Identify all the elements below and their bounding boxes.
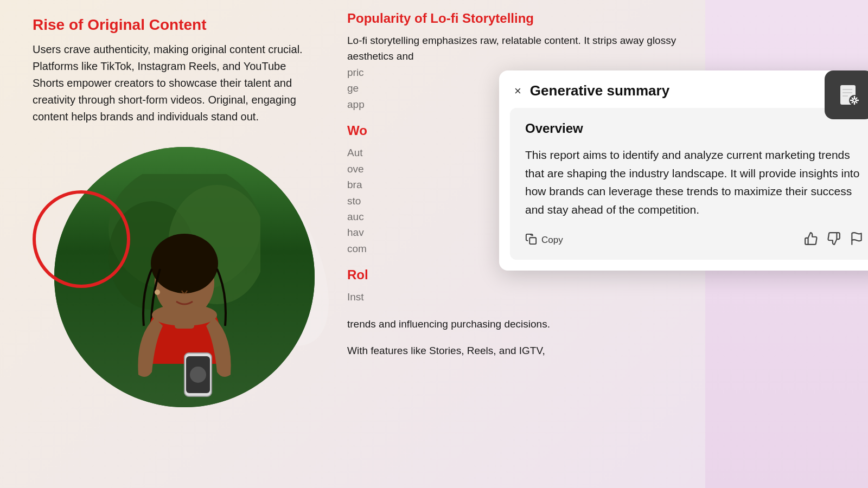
overview-title: Overview — [525, 121, 864, 136]
body-text-faded: pricgeapp — [347, 67, 365, 110]
svg-point-10 — [155, 290, 160, 295]
svg-point-11 — [170, 282, 179, 288]
copy-label: Copy — [541, 235, 563, 246]
modal-content-box: Overview This report aims to identify an… — [510, 108, 868, 260]
left-section-title: Rise of Original Content — [33, 16, 315, 34]
copy-button[interactable]: Copy — [525, 233, 563, 248]
image-area — [33, 147, 315, 386]
generative-summary-modal: × Generative summary Beta Overview This … — [499, 70, 868, 271]
right-panel-area: × Generative summary Beta Overview This … — [705, 0, 868, 488]
feedback-icons-group — [804, 232, 864, 249]
flag-icon — [850, 232, 864, 246]
svg-point-9 — [190, 367, 206, 383]
middle-section1-title: Popularity of Lo-fi Storytelling — [347, 11, 689, 26]
thumbs-up-button[interactable] — [804, 232, 818, 249]
left-column: Rise of Original Content Users crave aut… — [0, 0, 336, 488]
left-section-body: Users crave authenticity, making origina… — [33, 41, 315, 125]
svg-rect-13 — [529, 237, 536, 244]
flag-button[interactable] — [850, 232, 864, 249]
middle-section3-body-top: Inst — [347, 289, 689, 305]
middle-section3-body-last: With features like Stories, Reels, and I… — [347, 343, 689, 358]
thumbs-down-icon — [827, 232, 841, 246]
copy-icon — [525, 233, 537, 248]
page-container: Rise of Original Content Users crave aut… — [0, 0, 868, 488]
middle-section3-body-bottom: trends and influencing purchasing decisi… — [347, 316, 689, 332]
svg-rect-6 — [175, 312, 194, 329]
red-circle-decoration — [33, 190, 130, 288]
modal-title: Generative summary — [530, 82, 837, 99]
ai-summary-button[interactable] — [825, 70, 868, 119]
section2-title-text: Wo — [347, 123, 367, 138]
ai-button-icon — [836, 82, 862, 108]
thumbs-down-button[interactable] — [827, 232, 841, 249]
svg-point-4 — [151, 234, 218, 293]
person-silhouette — [108, 174, 260, 407]
modal-header: × Generative summary Beta — [499, 70, 868, 108]
close-button[interactable]: × — [514, 85, 521, 97]
body-text-line1: Lo-fi storytelling emphasizes raw, relat… — [347, 35, 676, 62]
thumbs-up-icon — [804, 232, 818, 246]
svg-point-12 — [190, 282, 199, 288]
modal-footer: Copy — [525, 232, 864, 249]
overview-text: This report aims to identify and analyze… — [525, 146, 864, 219]
